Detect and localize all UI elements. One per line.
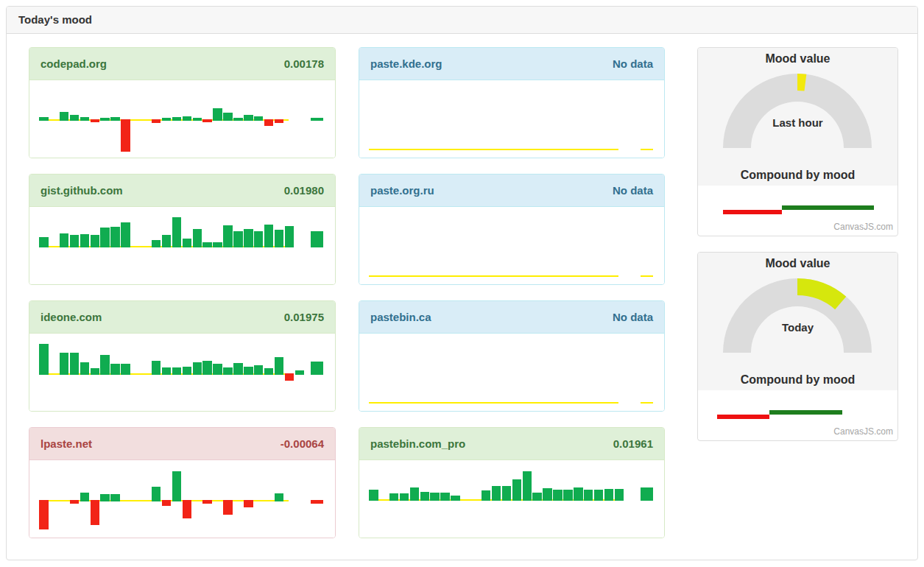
chart-bar xyxy=(512,479,522,501)
chart-bar xyxy=(162,235,172,247)
chart-bar xyxy=(782,205,874,210)
gauge-arc xyxy=(698,253,897,370)
chart-bar xyxy=(482,490,491,501)
chart-bar xyxy=(492,486,501,501)
chart-bar xyxy=(152,487,161,501)
chart-bar xyxy=(275,493,284,501)
chart-bar xyxy=(202,242,212,247)
chart-bar xyxy=(91,368,100,375)
gauge-panel-last-hour: Mood value Last hour Compound by mood Ca… xyxy=(697,47,898,236)
gauge-title: Mood value xyxy=(698,257,897,270)
mini-bar-chart[interactable] xyxy=(29,460,335,538)
site-panel-header: lpaste.net -0.00064 xyxy=(29,428,335,460)
chart-bar xyxy=(244,500,253,507)
chart-bar xyxy=(523,471,532,501)
chart-bar xyxy=(563,490,573,501)
chart-bar xyxy=(80,493,90,501)
chart-bar xyxy=(121,119,130,152)
chart-bar xyxy=(60,353,69,375)
site-mood-value: 0.01975 xyxy=(284,301,324,333)
chart-bar xyxy=(70,115,80,121)
canvasjs-watermark[interactable]: CanvasJS.com xyxy=(833,222,893,232)
site-name: ideone.com xyxy=(40,301,102,333)
gauge-title: Mood value xyxy=(698,52,897,66)
site-panel-header: pastebin.com_pro 0.01961 xyxy=(359,428,664,460)
chart-bar xyxy=(400,493,409,501)
site-panel-header: ideone.com 0.01975 xyxy=(29,301,335,334)
site-name: codepad.org xyxy=(40,48,107,80)
chart-bar xyxy=(121,364,130,375)
site-panel-pastebin-com-pro: pastebin.com_pro 0.01961 xyxy=(359,427,665,538)
chart-bar xyxy=(532,493,542,501)
mini-bar-chart[interactable] xyxy=(359,460,664,538)
site-mood-value: 0.00178 xyxy=(284,48,324,80)
chart-bar xyxy=(369,490,378,501)
mini-bar-chart[interactable] xyxy=(359,80,664,158)
chart-bar xyxy=(183,367,192,375)
chart-bar xyxy=(152,119,161,123)
chart-bar xyxy=(717,415,769,419)
canvasjs-watermark[interactable]: CanvasJS.com xyxy=(833,426,893,437)
chart-bar xyxy=(574,487,583,501)
chart-bar xyxy=(152,361,161,375)
chart-bar xyxy=(430,493,440,501)
chart-bar xyxy=(254,116,264,121)
compound-bar-chart[interactable]: CanvasJS.com xyxy=(698,186,897,234)
site-mood-value: -0.00064 xyxy=(281,428,324,459)
site-panel-header: gist.github.com 0.01980 xyxy=(29,175,335,207)
chart-bar xyxy=(60,233,69,247)
chart-bar xyxy=(311,231,323,247)
gauge-chart[interactable]: Mood value Today Compound by mood xyxy=(698,253,897,390)
chart-bar xyxy=(641,487,653,501)
site-panel-paste-org-ru: paste.org.ru No data xyxy=(359,174,665,285)
chart-bar xyxy=(193,118,202,121)
chart-bar xyxy=(39,237,49,247)
site-panel-header: codepad.org 0.00178 xyxy=(29,48,335,80)
chart-bar xyxy=(80,234,90,247)
chart-bar xyxy=(254,231,264,247)
chart-bar xyxy=(223,113,233,121)
chart-bar xyxy=(183,116,192,122)
chart-bar xyxy=(100,118,110,121)
mini-bar-chart[interactable] xyxy=(359,334,664,411)
chart-bar xyxy=(244,367,253,375)
site-mood-value: 0.01980 xyxy=(284,175,324,206)
chart-bar xyxy=(70,500,80,504)
chart-bar xyxy=(615,489,624,501)
site-name: paste.kde.org xyxy=(370,48,442,80)
site-panel-codepad: codepad.org 0.00178 xyxy=(29,47,336,158)
chart-bar xyxy=(202,500,212,504)
chart-bar xyxy=(285,373,295,381)
chart-bar xyxy=(244,229,253,247)
chart-bar xyxy=(213,242,222,247)
site-panel-header: paste.kde.org No data xyxy=(359,48,664,80)
site-panel-ideone: ideone.com 0.01975 xyxy=(29,300,336,412)
chart-bar xyxy=(162,367,172,375)
chart-bar xyxy=(91,119,100,122)
chart-bar xyxy=(641,402,653,404)
site-name: gist.github.com xyxy=(40,175,123,206)
mini-bar-chart[interactable] xyxy=(29,207,335,284)
chart-bar xyxy=(369,402,618,404)
chart-bar xyxy=(594,490,604,501)
chart-bar xyxy=(553,490,562,501)
site-mood-value: No data xyxy=(613,175,653,206)
chart-bar xyxy=(162,500,172,506)
chart-bar xyxy=(275,357,284,375)
chart-bar xyxy=(223,367,233,375)
site-panel-pastebin-ca: pastebin.ca No data xyxy=(359,300,665,412)
site-name: paste.org.ru xyxy=(370,175,434,206)
chart-bar xyxy=(213,108,222,121)
gauge-chart[interactable]: Mood value Last hour Compound by mood xyxy=(698,48,897,186)
chart-bar xyxy=(641,275,653,277)
mini-bar-chart[interactable] xyxy=(29,80,335,158)
chart-bar xyxy=(202,361,212,375)
chart-bar xyxy=(223,225,233,247)
chart-bar xyxy=(369,149,618,150)
compound-bar-chart[interactable]: CanvasJS.com xyxy=(698,390,897,439)
chart-bar xyxy=(285,226,295,247)
page-title: Today's mood xyxy=(7,7,917,34)
mood-dashboard: Today's mood codepad.org 0.00178 gist.gi… xyxy=(0,0,924,567)
mini-bar-chart[interactable] xyxy=(359,207,664,284)
mini-bar-chart[interactable] xyxy=(29,334,335,411)
